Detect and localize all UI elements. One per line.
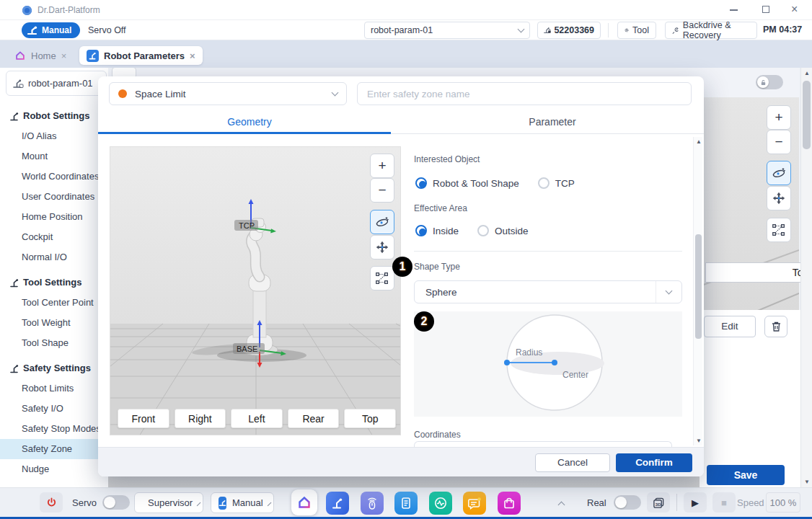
save-button[interactable]: Save (707, 465, 785, 485)
radio-tcp[interactable] (538, 177, 550, 189)
dock-app-robot-settings[interactable] (326, 492, 349, 515)
dock-app-remote-control[interactable] (361, 492, 384, 515)
robot-settings-icon (10, 112, 19, 121)
real-mode-toggle[interactable] (614, 495, 641, 510)
annotation-badge-2: 2 (414, 311, 434, 332)
radio-inside[interactable] (415, 225, 427, 236)
viewer-measure-tool-button[interactable] (370, 266, 394, 290)
interested-object-options: Robot & Tool Shape TCP (415, 177, 575, 189)
scroll-up-icon[interactable]: ▲ (696, 138, 702, 145)
scroll-up-icon[interactable]: ▲ (804, 70, 810, 76)
viewer-pan-tool-button[interactable] (370, 235, 394, 260)
robot-lock-icon (544, 25, 551, 35)
view-left-button[interactable]: Left (231, 409, 283, 428)
radio-tcp-label: TCP (555, 178, 575, 189)
delete-button[interactable] (764, 316, 787, 337)
center-label: Center (562, 370, 588, 380)
zone-name-input[interactable] (357, 82, 692, 105)
window-minimize-button[interactable] (730, 9, 738, 11)
stop-button[interactable]: ■ (712, 492, 736, 513)
tool-settings-icon (10, 278, 19, 288)
remote-app-icon (366, 497, 379, 510)
view-rear-button[interactable]: Rear (288, 409, 340, 428)
settings-lock-toggle[interactable] (756, 75, 783, 89)
store-app-icon (503, 497, 516, 510)
bg-pan-tool-button[interactable] (767, 186, 791, 210)
viewer-rotate-tool-button[interactable] (370, 210, 394, 234)
power-button[interactable] (40, 492, 63, 513)
sidebar-item-tool-weight[interactable]: Tool Weight (0, 313, 108, 333)
sidebar-item-io-alias[interactable]: I/O Alias (0, 126, 108, 146)
sidebar-item-safety-zone[interactable]: Safety Zone (0, 439, 108, 459)
cancel-button[interactable]: Cancel (535, 453, 610, 472)
tab-home[interactable]: Home (7, 46, 74, 65)
toolbar-divider (608, 23, 609, 37)
sidebar-param-header[interactable]: robot-param-01 (6, 71, 107, 96)
sidebar-item-safety-stop-modes[interactable]: Safety Stop Modes (0, 419, 108, 439)
sidebar-item-user-coordinates[interactable]: User Coordinates (0, 187, 108, 207)
sidebar-item-nudge[interactable]: Nudge (0, 459, 108, 479)
radio-robot-tool-shape[interactable] (415, 177, 427, 189)
scroll-down-icon[interactable]: ▼ (696, 438, 702, 444)
robot-serial-badge: 52203369 (537, 22, 601, 39)
tab-home-close-icon[interactable] (61, 50, 67, 61)
backdrive-recovery-button[interactable]: Backdrive & Recovery (665, 22, 757, 39)
simulator-3d-button[interactable]: 3D (647, 492, 670, 513)
bg-measure-tool-button[interactable] (767, 218, 791, 242)
shape-type-select[interactable]: Sphere (414, 280, 682, 303)
view-top-button[interactable]: Top (344, 409, 396, 428)
dock-app-message[interactable] (463, 492, 486, 515)
speed-value[interactable]: 100 % (766, 492, 800, 513)
sidebar-item-tool-shape[interactable]: Tool Shape (0, 333, 108, 353)
sidebar-item-robot-limits[interactable]: Robot Limits (0, 378, 108, 399)
pan-move-icon (374, 239, 390, 255)
sidebar-item-safety-io[interactable]: Safety I/O (0, 399, 108, 419)
view-front-button[interactable]: Front (118, 409, 169, 428)
dialog-scrollbar-thumb[interactable] (695, 234, 702, 339)
app-scrollbar-thumb[interactable] (803, 81, 811, 149)
play-button[interactable]: ▶ (684, 492, 707, 513)
active-tab-underline (98, 132, 391, 134)
bg-view-top-button[interactable]: Top (705, 262, 812, 283)
bg-rotate-tool-button[interactable] (767, 161, 791, 185)
viewer-zoom-in-button[interactable]: + (370, 154, 394, 178)
dialog-scrollbar[interactable]: ▲ ▼ (693, 137, 702, 445)
dock-app-task-document[interactable] (394, 492, 418, 515)
sidebar-item-mount[interactable]: Mount (0, 146, 108, 167)
sidebar-item-cockpit[interactable]: Cockpit (0, 227, 108, 247)
sidebar-item-tool-center-point[interactable]: Tool Center Point (0, 293, 108, 313)
robot-param-select[interactable]: robot-param-01 (364, 22, 530, 39)
effective-area-label: Effective Area (414, 203, 467, 213)
dock-collapse-icon[interactable] (558, 502, 565, 509)
tab-geometry[interactable]: Geometry (98, 111, 401, 133)
tool-button[interactable]: Tool (617, 22, 656, 39)
bg-zoom-in-button[interactable]: + (767, 105, 791, 130)
confirm-button[interactable]: Confirm (616, 453, 692, 472)
edit-button[interactable]: Edit (704, 316, 756, 337)
scroll-down-icon[interactable]: ▼ (804, 479, 810, 485)
servo-toggle[interactable] (102, 495, 130, 510)
operation-mode-select[interactable]: Manual (211, 492, 274, 513)
tab-robot-parameters-close-icon[interactable] (190, 50, 195, 61)
tab-robot-parameters[interactable]: Robot Parameters (79, 46, 203, 65)
tab-parameter[interactable]: Parameter (401, 111, 704, 133)
manual-mode-button[interactable]: Manual (22, 22, 80, 38)
window-maximize-button[interactable] (762, 6, 769, 13)
user-role-select[interactable]: Supervisor (134, 492, 203, 513)
chevron-up-icon (197, 502, 201, 507)
sidebar-item-normal-io[interactable]: Normal I/O (0, 247, 108, 267)
sidebar-item-home-position[interactable]: Home Position (0, 207, 108, 227)
zone-3d-viewport[interactable]: TCP BASE + − Front Right Left Rear To (110, 146, 401, 435)
zone-status-dot-icon (118, 89, 127, 98)
radio-outside[interactable] (477, 225, 489, 236)
sidebar-item-world-coordinates[interactable]: World Coordinates (0, 167, 108, 187)
view-right-button[interactable]: Right (175, 409, 226, 428)
bg-zoom-out-button[interactable]: − (767, 130, 791, 154)
dock-app-monitoring[interactable] (429, 492, 452, 515)
app-scrollbar[interactable]: ▲ ▼ (800, 68, 812, 487)
dock-app-store[interactable] (498, 492, 521, 515)
window-close-button[interactable] (791, 3, 798, 16)
zone-type-select[interactable]: Space Limit (109, 82, 347, 105)
dock-app-home[interactable] (291, 489, 317, 515)
viewer-zoom-out-button[interactable]: − (370, 178, 394, 203)
